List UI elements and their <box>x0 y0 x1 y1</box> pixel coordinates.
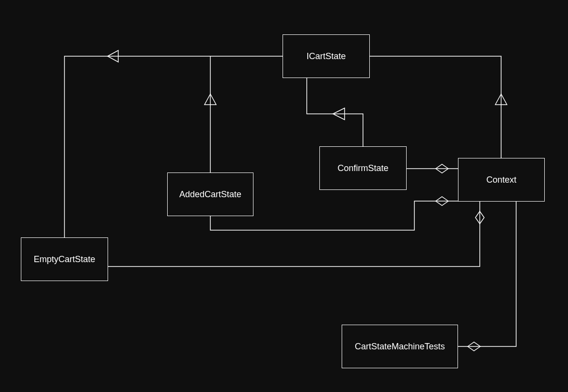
class-label: ICartState <box>306 51 346 62</box>
class-label: Context <box>486 175 516 185</box>
agg-diamond-icon <box>436 197 448 205</box>
edge-emptycart-to-context <box>108 202 480 267</box>
agg-diamond-icon <box>468 342 480 351</box>
edge-confirmstate-to-icartstate <box>307 78 363 146</box>
class-cartstatemachinetests[interactable]: CartStateMachineTests <box>342 325 458 368</box>
agg-diamond-icon <box>436 164 448 173</box>
edge-tests-to-context <box>458 202 516 346</box>
class-label: EmptyCartState <box>33 254 95 265</box>
gen-arrow-icon <box>495 94 507 105</box>
class-context[interactable]: Context <box>458 158 545 202</box>
class-label: ConfirmState <box>337 163 388 173</box>
class-label: CartStateMachineTests <box>355 342 445 352</box>
class-confirmstate[interactable]: ConfirmState <box>319 146 407 190</box>
class-label: AddedCartState <box>179 189 241 200</box>
diagram-canvas: ICartState AddedCartState ConfirmState C… <box>0 0 568 392</box>
agg-diamond-icon <box>475 211 484 224</box>
gen-arrow-icon <box>333 108 345 120</box>
class-emptycartstate[interactable]: EmptyCartState <box>21 237 108 281</box>
class-icartstate[interactable]: ICartState <box>283 34 370 78</box>
class-addedcartstate[interactable]: AddedCartState <box>167 172 253 216</box>
edge-context-to-icartstate <box>370 56 501 158</box>
gen-arrow-icon <box>205 94 216 105</box>
gen-arrow-icon <box>108 50 118 62</box>
